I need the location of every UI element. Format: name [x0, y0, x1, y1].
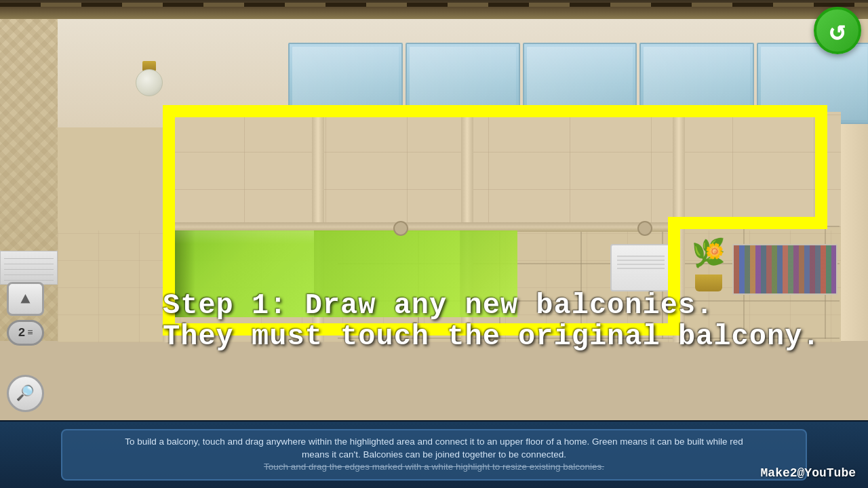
step-text-container: Step 1: Draw any new balconies. They mus… [163, 290, 868, 352]
bookshelf [732, 244, 837, 295]
zoom-out-button[interactable] [7, 375, 44, 412]
plant-flower: 🌼 [705, 243, 724, 261]
step-text-line2: They must touch the original balcony. [163, 321, 868, 352]
layers-icon: ≡ [27, 327, 33, 338]
left-shelf [0, 251, 58, 285]
bottom-bar: To build a balcony, touch and drag anywh… [0, 420, 868, 488]
layer-controls[interactable]: 2 ≡ [7, 282, 44, 346]
pipe-connector-1 [393, 221, 408, 236]
light-fixture [136, 61, 163, 95]
pipe-connector-2 [637, 221, 652, 236]
stone-wall [163, 112, 841, 227]
layer-number: 2 [18, 326, 25, 340]
ac-unit [610, 244, 671, 291]
instruction-text-1: To build a balcony, touch and drag anywh… [125, 436, 743, 449]
instruction-text-2: means it can't. Balconies can be joined … [302, 449, 566, 462]
step-text-line1: Step 1: Draw any new balconies. [163, 290, 868, 321]
youtube-credit: Make2@YouTube [761, 466, 856, 480]
game-area[interactable]: 🌿 🌼 Step 1: Draw any new balconies. They… [0, 0, 868, 420]
instruction-box: To build a balcony, touch and drag anywh… [61, 429, 807, 481]
light-globe [136, 69, 163, 96]
ceiling-bar [0, 0, 868, 19]
plant-leaves: 🌿 🌼 [692, 237, 726, 274]
ceiling-interior [58, 19, 841, 127]
up-arrow-button[interactable] [7, 282, 44, 316]
instruction-text-strikethrough: Touch and drag the edges marked with a w… [264, 461, 604, 474]
layer-badge[interactable]: 2 ≡ [7, 320, 44, 346]
plant: 🌿 🌼 [688, 237, 729, 291]
undo-button[interactable] [814, 7, 861, 54]
